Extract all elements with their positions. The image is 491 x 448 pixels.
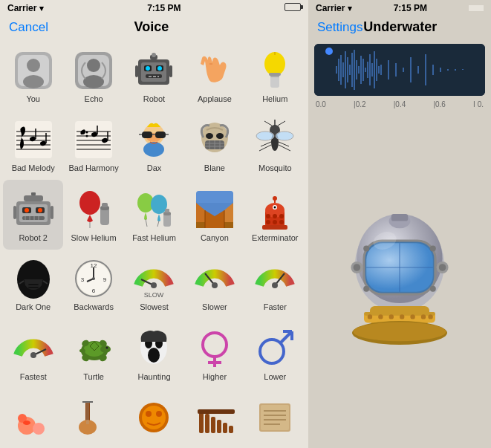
- svg-point-179: [156, 411, 162, 417]
- settings-button[interactable]: Settings: [317, 20, 362, 35]
- svg-point-149: [100, 345, 111, 353]
- misc3-icon: [132, 396, 175, 439]
- robot-icon: [132, 49, 175, 92]
- right-status-bar: Carrier ▾ 7:15 PM: [308, 0, 491, 16]
- canyon-label: Canyon: [201, 233, 229, 243]
- svg-point-63: [206, 133, 213, 139]
- svg-text:SLOW: SLOW: [144, 291, 164, 299]
- svg-point-55: [143, 142, 164, 157]
- voice-helium[interactable]: Helium: [245, 41, 305, 111]
- mosquito-label: Mosquito: [258, 163, 292, 173]
- svg-point-118: [266, 220, 270, 224]
- voice-mosquito[interactable]: Mosquito: [245, 111, 305, 181]
- svg-point-178: [146, 411, 152, 417]
- svg-line-75: [278, 121, 285, 126]
- voice-misc2[interactable]: [63, 389, 123, 448]
- voice-misc5[interactable]: [245, 389, 305, 448]
- voice-echo[interactable]: Echo: [63, 41, 123, 111]
- svg-rect-180: [199, 411, 204, 433]
- robot2-label: Robot 2: [19, 233, 48, 243]
- voice-slow-helium[interactable]: Slow Helium: [63, 180, 123, 250]
- voice-higher[interactable]: Higher: [184, 319, 244, 389]
- voice-slower[interactable]: Slower: [184, 250, 244, 319]
- svg-point-64: [216, 133, 224, 139]
- voice-dark-one[interactable]: Dark One: [3, 250, 63, 319]
- fast-helium-icon: [132, 188, 175, 231]
- svg-rect-121: [262, 225, 287, 230]
- voice-applause[interactable]: Applause: [184, 41, 244, 111]
- svg-point-277: [421, 314, 426, 319]
- svg-rect-186: [198, 409, 235, 414]
- svg-point-80: [25, 208, 29, 212]
- svg-point-2: [27, 59, 40, 72]
- svg-rect-9: [141, 62, 166, 82]
- voice-misc1[interactable]: [3, 389, 63, 448]
- svg-point-266: [430, 285, 436, 291]
- svg-line-164: [280, 331, 292, 343]
- voice-backwards[interactable]: 12 9 6 3 Backwards: [63, 250, 123, 319]
- misc4-icon: [193, 396, 236, 439]
- voice-turtle[interactable]: Turtle: [63, 319, 123, 389]
- waveform-container[interactable]: [314, 44, 485, 96]
- time-left: 7:15 PM: [147, 3, 181, 13]
- voice-fastest[interactable]: Fastest: [3, 319, 63, 389]
- svg-text:6: 6: [92, 288, 96, 294]
- slower-label: Slower: [202, 302, 227, 312]
- voice-misc3[interactable]: [124, 389, 184, 448]
- voice-bad-melody[interactable]: Bad Melody: [3, 111, 63, 181]
- cancel-button[interactable]: Cancel: [9, 20, 48, 35]
- voice-fast-helium[interactable]: Fast Helium: [124, 180, 184, 250]
- backwards-icon: 12 9 6 3: [72, 257, 115, 300]
- right-panel: Carrier ▾ 7:15 PM Settings Underwater: [308, 0, 491, 448]
- svg-rect-50: [142, 132, 152, 138]
- svg-point-278: [428, 314, 432, 319]
- haunting-label: Haunting: [137, 372, 170, 382]
- you-label: You: [26, 94, 40, 104]
- svg-point-286: [439, 264, 446, 271]
- voice-slowest[interactable]: SLOW Slowest: [124, 250, 184, 319]
- voice-haunting[interactable]: Haunting: [124, 319, 184, 389]
- svg-line-70: [259, 145, 271, 151]
- svg-point-263: [363, 245, 369, 251]
- waveform-svg: [314, 44, 485, 96]
- svg-point-12: [146, 66, 150, 71]
- voice-you[interactable]: You: [3, 41, 63, 111]
- svg-line-74: [264, 121, 272, 126]
- svg-point-276: [410, 314, 414, 319]
- svg-point-19: [152, 53, 156, 57]
- applause-icon: [193, 49, 236, 92]
- svg-line-72: [279, 145, 290, 151]
- higher-label: Higher: [203, 372, 227, 382]
- svg-point-137: [92, 277, 95, 280]
- svg-point-159: [148, 348, 160, 363]
- svg-point-13: [157, 66, 162, 71]
- svg-point-274: [389, 314, 394, 319]
- voice-dax[interactable]: Dax: [124, 111, 184, 181]
- time-labels: 0.0 |0.2 |0.4 |0.6 I 0.: [308, 99, 491, 110]
- voice-misc4[interactable]: [184, 389, 244, 448]
- voice-faster[interactable]: Faster: [245, 250, 305, 319]
- svg-point-42: [86, 132, 88, 134]
- helium-label: Helium: [262, 94, 287, 104]
- higher-icon: [193, 327, 236, 370]
- svg-rect-88: [31, 192, 36, 195]
- voice-lower[interactable]: Lower: [245, 319, 305, 389]
- left-panel: Carrier ▾ 7:15 PM Cancel Voice You: [0, 0, 308, 448]
- voice-title: Voice: [134, 19, 169, 35]
- svg-rect-95: [102, 203, 108, 207]
- voice-robot2[interactable]: Robot 2: [3, 180, 63, 250]
- svg-rect-188: [261, 405, 289, 430]
- voice-bad-harmony[interactable]: Bad Harmony: [63, 111, 123, 181]
- voice-exterminator[interactable]: Exterminator: [245, 180, 305, 250]
- svg-rect-90: [51, 206, 53, 219]
- svg-point-177: [142, 406, 166, 429]
- voice-robot[interactable]: Robot: [124, 41, 184, 111]
- svg-point-115: [266, 214, 270, 218]
- svg-point-119: [273, 220, 277, 224]
- svg-rect-183: [217, 420, 221, 433]
- voice-blane[interactable]: Blane: [184, 111, 244, 181]
- svg-rect-21: [169, 65, 172, 77]
- fastest-icon: [12, 327, 55, 370]
- voice-canyon[interactable]: Canyon: [184, 180, 244, 250]
- misc2-icon: [72, 396, 115, 439]
